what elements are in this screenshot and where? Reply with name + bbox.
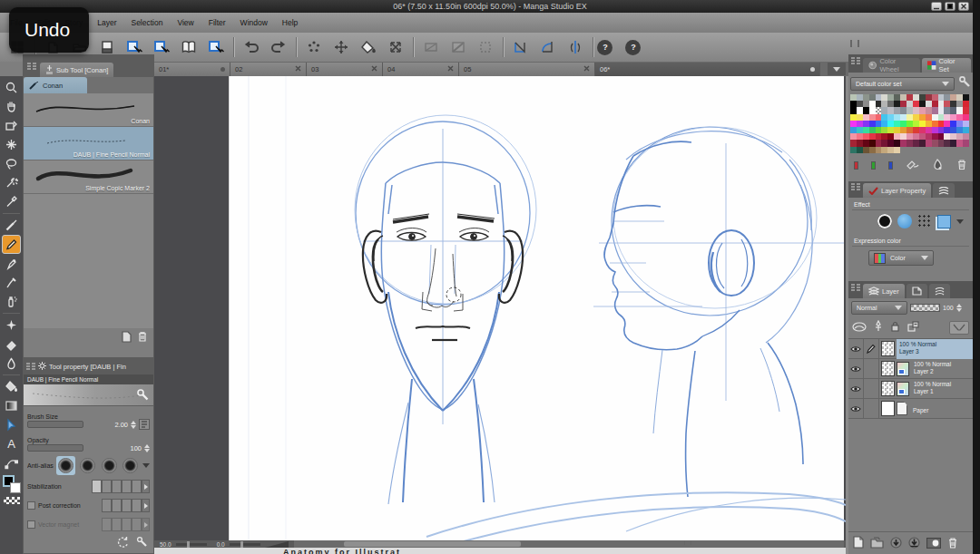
eyedropper-tool-icon[interactable] xyxy=(2,192,21,211)
color-swatch[interactable] xyxy=(869,107,876,113)
color-swatch[interactable] xyxy=(850,147,857,153)
text-tool-icon[interactable]: A xyxy=(2,434,21,453)
color-swatch[interactable] xyxy=(887,107,894,113)
color-swatch[interactable] xyxy=(926,94,932,101)
color-swatch[interactable] xyxy=(956,94,963,101)
new-layer-icon[interactable] xyxy=(852,536,864,552)
merge-down-icon[interactable] xyxy=(890,536,902,552)
opacity-value[interactable]: 100 xyxy=(130,444,142,452)
color-swatch[interactable] xyxy=(906,127,913,133)
tab-layer[interactable]: Layer xyxy=(863,284,905,298)
layer-info[interactable]: 100 % Normal Layer 1 xyxy=(911,379,973,399)
color-swatch[interactable] xyxy=(913,133,919,140)
color-swatch[interactable] xyxy=(938,127,945,133)
maximize-button[interactable] xyxy=(945,2,956,11)
tab-close-icon[interactable] xyxy=(583,65,590,73)
color-swatch[interactable] xyxy=(950,101,956,107)
layer-opacity-slider[interactable] xyxy=(910,304,940,312)
color-swatch[interactable] xyxy=(919,101,926,107)
color-swatch[interactable] xyxy=(963,127,969,133)
navigate-tool-icon[interactable] xyxy=(2,116,21,135)
color-swatch[interactable] xyxy=(857,140,863,146)
color-swatch[interactable] xyxy=(944,147,950,153)
color-swatch[interactable] xyxy=(850,114,857,121)
color-swatch[interactable] xyxy=(944,133,950,140)
color-swatch[interactable] xyxy=(887,114,894,121)
color-swatch[interactable] xyxy=(857,121,863,127)
color-swatch[interactable] xyxy=(950,127,956,133)
set-as-ref-button[interactable] xyxy=(949,321,969,335)
color-swatch[interactable] xyxy=(894,127,900,133)
finger-tool-icon[interactable] xyxy=(2,273,21,292)
color-swatch[interactable] xyxy=(876,140,882,146)
color-swatch[interactable] xyxy=(881,147,887,153)
transform-icon[interactable] xyxy=(384,36,407,58)
sub-tool-group-tab[interactable]: Conan xyxy=(24,77,87,93)
color-swatch[interactable] xyxy=(894,140,900,146)
color-swatch[interactable] xyxy=(956,121,963,127)
layer-info[interactable]: 100 % Normal Layer 2 xyxy=(911,359,973,379)
effect-layer-color-icon[interactable] xyxy=(937,215,951,228)
panel-menu-icon[interactable] xyxy=(27,57,36,73)
color-swatch[interactable] xyxy=(950,94,956,101)
color-swatch[interactable] xyxy=(863,133,869,140)
delete-layer-icon[interactable] xyxy=(947,536,958,552)
color-swatch[interactable] xyxy=(926,114,932,121)
color-swatch[interactable] xyxy=(944,107,950,113)
color-swatch[interactable] xyxy=(863,121,869,127)
color-swatch[interactable] xyxy=(850,121,857,127)
menu-selection[interactable]: Selection xyxy=(128,16,165,29)
color-swatch[interactable] xyxy=(932,140,938,146)
stabilization-segments[interactable] xyxy=(92,480,150,493)
color-swatch[interactable] xyxy=(950,121,956,127)
color-swatch[interactable] xyxy=(932,121,938,127)
airbrush-tool-icon[interactable] xyxy=(2,292,21,311)
color-swatch[interactable] xyxy=(881,140,887,146)
pen-tool-icon[interactable] xyxy=(2,254,21,273)
brush-size-slider[interactable] xyxy=(27,421,83,428)
color-swatch[interactable] xyxy=(913,127,919,133)
color-swatch[interactable] xyxy=(932,101,938,107)
vector-magnet-checkbox[interactable] xyxy=(27,520,35,529)
color-swatch[interactable] xyxy=(881,94,887,101)
select-page-3-icon[interactable] xyxy=(204,36,228,58)
wrench-icon[interactable] xyxy=(136,388,150,403)
expression-color-dropdown[interactable]: Color xyxy=(868,250,934,266)
reset-icon[interactable] xyxy=(117,536,129,549)
sub-tool-item-conan[interactable]: Conan xyxy=(24,93,153,127)
effect-tone-icon[interactable] xyxy=(897,214,912,228)
tab-layer-property-alt[interactable] xyxy=(933,183,955,198)
visibility-eye-icon[interactable] xyxy=(848,399,864,419)
visibility-eye-icon[interactable] xyxy=(848,379,864,399)
color-swatch[interactable] xyxy=(869,94,876,101)
color-swatch[interactable] xyxy=(869,101,876,107)
wrench-icon[interactable] xyxy=(958,75,971,92)
color-swatch[interactable] xyxy=(932,127,938,133)
color-swatch[interactable] xyxy=(894,101,900,107)
layer-color-thumbnail[interactable] xyxy=(897,382,909,396)
opacity-stepper[interactable] xyxy=(144,444,150,452)
canvas-area[interactable]: 50.0 0.0 Anatomy for Illustrat xyxy=(154,76,846,554)
menu-help[interactable]: Help xyxy=(279,16,300,29)
move-layer-icon[interactable] xyxy=(329,36,353,58)
color-swatch[interactable] xyxy=(926,101,932,107)
color-swatch[interactable] xyxy=(926,140,932,146)
color-swatch[interactable] xyxy=(900,121,906,127)
tab-close-icon[interactable] xyxy=(371,65,377,73)
color-swatch[interactable] xyxy=(956,133,963,140)
color-swatch[interactable] xyxy=(932,133,938,140)
color-swatch[interactable] xyxy=(850,140,857,146)
color-swatch[interactable] xyxy=(881,107,887,113)
color-swatch[interactable] xyxy=(938,114,945,121)
color-swatch[interactable] xyxy=(869,114,876,121)
color-swatch[interactable] xyxy=(926,107,932,113)
color-swatch[interactable] xyxy=(919,127,926,133)
zoom-tool-icon[interactable] xyxy=(2,78,21,97)
color-swatch[interactable] xyxy=(881,101,887,107)
sub-tool-item-copic-marker[interactable]: Simple Copic Marker 2 xyxy=(24,160,153,194)
scrollbar-thumb[interactable] xyxy=(344,541,521,547)
mask-icon[interactable] xyxy=(852,319,867,335)
tab-06-active[interactable]: 06* xyxy=(595,63,820,76)
brush-tool-icon[interactable] xyxy=(2,216,21,235)
help-button-2[interactable]: ? xyxy=(625,40,641,55)
